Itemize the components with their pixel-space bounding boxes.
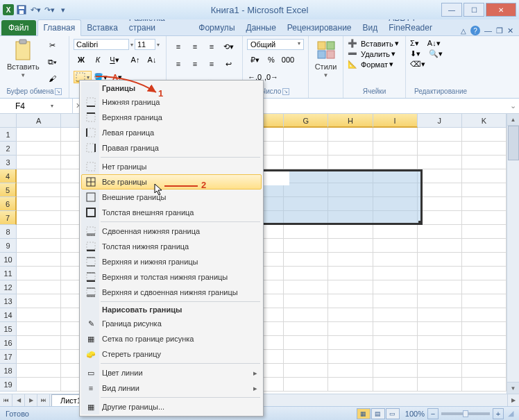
tab-data[interactable]: Данные [241, 20, 282, 35]
border-menu-item[interactable]: Толстая нижняя граница [81, 239, 262, 254]
cell[interactable] [284, 142, 328, 156]
cell[interactable] [462, 308, 507, 322]
cell[interactable] [17, 183, 61, 197]
shrink-font-icon[interactable]: A↓ [144, 52, 160, 67]
row-header[interactable]: 17 [0, 350, 17, 364]
cell[interactable] [284, 308, 328, 322]
sheet-nav-prev-icon[interactable]: ◀ [12, 394, 25, 406]
cell[interactable] [328, 267, 373, 280]
cell[interactable] [462, 156, 507, 169]
number-format-select[interactable]: Общий ▾ [247, 39, 304, 50]
row-header[interactable]: 12 [0, 280, 17, 294]
cell[interactable] [418, 128, 462, 142]
cell[interactable] [462, 294, 507, 308]
border-menu-item[interactable]: Все границы [81, 174, 262, 190]
tab-insert[interactable]: Вставка [81, 20, 124, 35]
cell[interactable] [284, 280, 328, 294]
cell[interactable] [328, 211, 373, 225]
zoom-level[interactable]: 100% [405, 410, 425, 418]
cell[interactable] [418, 267, 462, 280]
cell[interactable] [17, 294, 61, 308]
cell[interactable] [462, 211, 507, 225]
italic-button[interactable]: К [90, 52, 105, 67]
cell[interactable] [284, 225, 328, 239]
cell[interactable] [17, 169, 61, 183]
align-bottom-icon[interactable]: ≡ [204, 39, 219, 54]
font-name-input[interactable] [74, 39, 129, 50]
col-header[interactable]: K [462, 114, 507, 128]
row-header[interactable]: 2 [0, 142, 17, 156]
cell[interactable] [284, 336, 328, 350]
cell[interactable] [284, 253, 328, 267]
cell[interactable] [418, 336, 462, 350]
cell[interactable] [284, 197, 328, 211]
row-header[interactable]: 8 [0, 225, 17, 239]
border-menu-item[interactable]: Левая граница [81, 125, 262, 140]
sheet-nav-first-icon[interactable]: ⏮ [0, 394, 12, 406]
draw-border-menu-item[interactable]: ✎Граница рисунка [81, 316, 262, 331]
cell[interactable] [328, 239, 373, 253]
grow-font-icon[interactable]: A↑ [128, 52, 143, 67]
tab-formulas[interactable]: Формулы [193, 20, 240, 35]
doc-minimize-icon[interactable]: — [484, 26, 492, 35]
border-menu-item[interactable]: Внешние границы [81, 190, 262, 205]
cut-icon[interactable]: ✂ [45, 37, 60, 53]
row-header[interactable]: 4 [0, 169, 17, 183]
row-header[interactable]: 13 [0, 294, 17, 308]
cell[interactable] [418, 239, 462, 253]
doc-restore-icon[interactable]: ❐ [496, 26, 503, 35]
row-header[interactable]: 14 [0, 308, 17, 322]
cell[interactable] [17, 253, 61, 267]
cell[interactable] [462, 169, 507, 183]
cell[interactable] [373, 253, 418, 267]
row-header[interactable]: 11 [0, 267, 17, 280]
cell[interactable] [328, 197, 373, 211]
cell[interactable] [328, 364, 373, 378]
row-header[interactable]: 15 [0, 322, 17, 336]
row-header[interactable]: 5 [0, 183, 17, 197]
cell[interactable] [17, 128, 61, 142]
find-icon[interactable]: 🔍▾ [429, 49, 443, 58]
view-normal-icon[interactable]: ▦ [357, 408, 371, 419]
row-header[interactable]: 10 [0, 253, 17, 267]
border-menu-item[interactable]: Верхняя и сдвоенная нижняя границы [81, 285, 262, 300]
cell[interactable] [373, 350, 418, 364]
zoom-out-button[interactable]: − [427, 408, 439, 419]
cell[interactable] [462, 336, 507, 350]
format-painter-icon[interactable]: 🖌 [45, 71, 60, 86]
cell[interactable] [418, 308, 462, 322]
cell[interactable] [284, 211, 328, 225]
border-menu-item[interactable]: Правая граница [81, 140, 262, 156]
row-header[interactable]: 3 [0, 156, 17, 169]
cell[interactable] [17, 350, 61, 364]
number-dialog-icon[interactable]: ↘ [282, 88, 289, 95]
cell[interactable] [373, 211, 418, 225]
cell[interactable] [373, 239, 418, 253]
align-center-icon[interactable]: ≡ [187, 56, 203, 72]
cell[interactable] [328, 322, 373, 336]
orientation-icon[interactable]: ⟲▾ [221, 39, 236, 54]
resize-grip-icon[interactable]: ◢ [508, 409, 513, 418]
cell[interactable] [462, 253, 507, 267]
border-menu-item[interactable]: Толстая внешняя граница [81, 205, 262, 220]
cell[interactable] [17, 280, 61, 294]
styles-button[interactable]: Стили ▼ [313, 37, 339, 80]
cell[interactable] [462, 322, 507, 336]
cell[interactable] [373, 183, 418, 197]
copy-icon[interactable]: ⧉▾ [45, 54, 60, 69]
draw-border-menu-item[interactable]: 🧽Стереть границу [81, 346, 262, 362]
cell[interactable] [418, 142, 462, 156]
cell[interactable] [373, 364, 418, 378]
align-middle-icon[interactable]: ≡ [187, 39, 203, 54]
close-button[interactable]: ✕ [486, 3, 516, 17]
percent-icon[interactable]: % [264, 52, 279, 67]
cell[interactable] [17, 156, 61, 169]
select-all-button[interactable] [0, 114, 17, 128]
cell[interactable] [373, 169, 418, 183]
cell[interactable] [462, 280, 507, 294]
cell[interactable] [17, 378, 61, 392]
cell[interactable] [328, 183, 373, 197]
cell[interactable] [284, 128, 328, 142]
cell[interactable] [328, 142, 373, 156]
cells-delete-button[interactable]: ➖Удалить▾ [348, 49, 401, 58]
